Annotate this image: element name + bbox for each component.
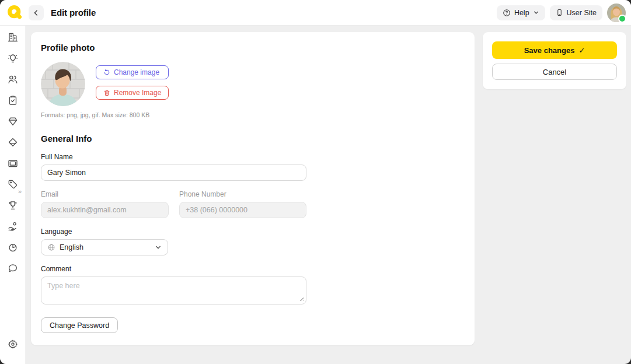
back-button[interactable] [29,5,44,20]
sidebar-expand-handle[interactable]: » [18,188,21,195]
help-label: Help [514,9,529,17]
full-name-label: Full Name [41,153,465,161]
formats-note: Formats: png, jpg, gif. Max size: 800 KB [41,111,465,118]
buildings-icon [7,32,19,43]
chevron-left-icon [32,9,40,17]
sidebar-item-referrals[interactable] [5,220,21,232]
email-input [41,202,169,218]
tag-icon [7,178,19,190]
chat-icon [7,262,19,274]
phone-input [179,202,306,218]
email-field-group: Email [41,181,169,218]
comment-textarea[interactable] [41,276,306,304]
comment-field-wrap [41,276,306,304]
topbar-actions: Help User Site [497,4,626,22]
content-area: Profile photo [26,26,631,364]
comment-label: Comment [41,265,465,273]
save-changes-button[interactable]: Save changes ✓ [492,41,617,59]
trash-icon [103,89,110,96]
sidebar-item-ideas[interactable] [5,52,21,64]
clipboard-check-icon [7,94,19,106]
save-changes-label: Save changes [524,46,575,55]
email-phone-row: Email Phone Number [41,181,465,218]
change-image-label: Change image [114,68,159,76]
mobile-device-icon [556,9,563,16]
sidebar-item-news[interactable] [5,158,21,169]
app-window: Edit profile Help User Site [0,0,631,364]
body: » Profile photo [0,26,631,364]
sidebar-item-company[interactable] [5,32,21,43]
general-info-heading: General Info [41,134,465,144]
globe-icon [47,243,55,251]
photo-buttons: Change image Remove Image [96,65,169,100]
user-site-button[interactable]: User Site [550,5,602,20]
page-title: Edit profile [51,8,96,18]
gear-icon [7,338,19,350]
gem-icon [7,116,19,127]
change-image-button[interactable]: Change image [96,65,169,79]
language-value: English [60,243,151,251]
sidebar-item-tasks[interactable] [5,94,21,106]
sidebar-item-benefits[interactable] [5,136,21,148]
user-avatar[interactable] [607,4,626,22]
sidebar-item-chat[interactable] [5,262,21,274]
profile-photo-row: Change image Remove Image [41,62,465,106]
sidebar-item-rewards[interactable] [5,116,21,127]
online-status-dot [618,15,626,23]
sidebar [0,26,26,364]
user-site-label: User Site [567,9,597,17]
cancel-button[interactable]: Cancel [492,64,617,80]
help-button[interactable]: Help [497,5,545,20]
change-password-button[interactable]: Change Password [41,317,118,333]
trophy-icon [7,200,19,211]
app-logo-icon [7,5,23,20]
referral-hand-icon [7,220,19,232]
sidebar-item-analytics[interactable] [5,242,21,253]
check-icon: ✓ [578,46,585,55]
language-label: Language [41,228,465,236]
full-name-input[interactable] [41,164,306,181]
refresh-icon [103,69,110,76]
diamond-icon [7,136,19,148]
language-select[interactable]: English [41,239,168,256]
newspaper-icon [7,158,19,169]
chevron-down-icon [533,9,539,16]
profile-photo-heading: Profile photo [41,43,465,52]
phone-label: Phone Number [179,190,306,198]
users-icon [7,74,19,85]
lightbulb-icon [7,52,19,64]
sidebar-item-settings[interactable] [5,338,21,350]
sidebar-item-achievements[interactable] [5,200,21,211]
remove-image-label: Remove Image [114,89,161,97]
topbar: Edit profile Help User Site [0,0,631,26]
edit-profile-card: Profile photo [31,32,475,345]
remove-image-button[interactable]: Remove Image [96,86,169,100]
help-circle-icon [503,9,511,17]
actions-card: Save changes ✓ Cancel [483,32,626,89]
email-label: Email [41,190,169,198]
profile-photo-image [41,62,85,106]
chevron-down-icon [155,244,162,251]
phone-field-group: Phone Number [179,181,306,218]
pie-chart-icon [7,242,19,253]
sidebar-item-users[interactable] [5,74,21,85]
